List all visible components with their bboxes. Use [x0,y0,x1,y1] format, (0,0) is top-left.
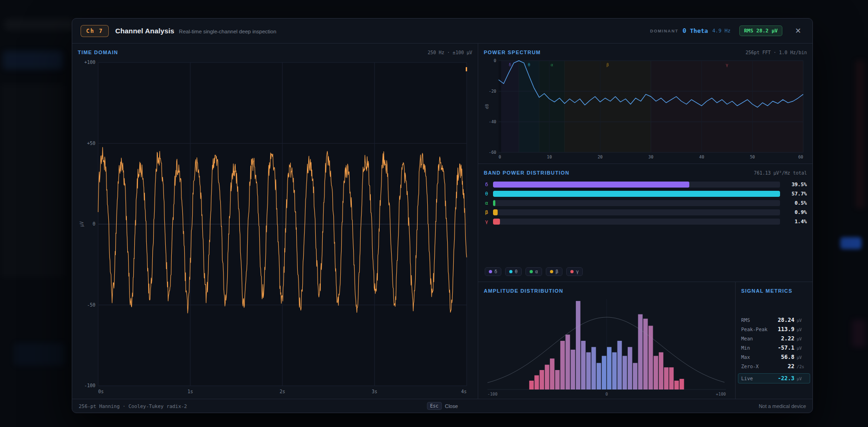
close-hint-label: Close [445,403,458,409]
dominant-frequency: 4.9 Hz [712,28,731,34]
legend-symbol-theta: θ [515,269,518,274]
legend-band-beta[interactable]: β [546,267,562,276]
amplitude-distribution-panel: AMPLITUDE DISTRIBUTION -1000+100 [478,282,736,399]
metric-label-live: Live [741,376,778,381]
svg-text:60: 60 [798,155,803,159]
signal-metrics-rows: RMS28.24μVPeak-Peak113.9μVMean2.22μVMin-… [741,317,807,383]
metric-row-max: Max56.8μV [741,354,807,360]
metric-label-zero-x: Zero-X [741,364,788,369]
metric-label-rms: RMS [741,317,778,323]
band-row-delta: δ39.5% [484,182,807,188]
legend-band-theta[interactable]: θ [505,267,522,276]
metric-unit-mean: μV [797,337,807,341]
metric-unit-min: μV [797,346,807,351]
legend-band-delta[interactable]: δ [485,267,501,276]
disclaimer: Not a medical device [759,403,806,409]
amplitude-histogram-chart: -1000+100 [484,295,730,397]
svg-text:40: 40 [699,155,704,159]
band-fill-theta [493,191,780,197]
modal-header: Ch 7 Channel Analysis Real-time single-c… [72,19,812,44]
modal-footer: 256-pt Hanning · Cooley-Tukey radix-2 Es… [72,399,812,413]
band-power-panel: BAND POWER DISTRIBUTION 761.13 μV²/Hz to… [478,164,812,282]
band-track-delta [493,182,780,188]
band-row-gamma: γ1.4% [484,219,807,225]
legend-symbol-beta: β [556,269,558,274]
metric-label-max: Max [741,354,781,360]
metric-value-max: 56.8 [781,354,794,360]
channel-analysis-modal: Ch 7 Channel Analysis Real-time single-c… [72,18,813,413]
svg-text:0: 0 [606,392,608,396]
panel-title-time-domain: TIME DOMAIN [78,50,118,55]
svg-text:β: β [606,63,609,67]
metric-value-zero-x: 22 [788,363,794,370]
band-fill-gamma [493,219,500,225]
metric-row-peak-peak: Peak-Peak113.9μV [741,326,807,333]
band-legend: δθαβγ [484,267,807,277]
power-spectrum-panel: POWER SPECTRUM 256pt FFT · 1.0 Hz/bin δθ… [478,44,812,164]
close-button[interactable]: ✕ [791,24,805,38]
svg-text:+100: +100 [716,392,726,396]
metric-unit-live: μV [797,377,807,381]
dominant-label: DOMINANT [650,29,678,33]
svg-text:50: 50 [750,155,755,159]
metric-row-min: Min-57.1μV [741,345,807,351]
svg-text:dB: dB [485,104,489,109]
band-symbol-beta: β [484,209,489,215]
band-symbol-alpha: α [484,200,489,206]
header-right-cluster: DOMINANT θ Theta 4.9 Hz RMS 28.2 μV ✕ [650,24,805,38]
dominant-band: θ Theta [683,27,708,34]
legend-band-gamma[interactable]: γ [566,267,583,276]
svg-text:-60: -60 [489,150,496,155]
time-domain-meta: 250 Hz · ±100 μV [428,50,472,55]
power-spectrum-chart: δθαβγ0-20-40-600102030405060dB [484,57,807,162]
legend-dot-theta [509,270,512,273]
svg-text:10: 10 [547,155,552,159]
metric-unit-rms: μV [797,318,807,323]
svg-text:20: 20 [598,155,603,159]
time-domain-chart: +100+500-50-1000s1s2s3s4sμV [78,57,472,398]
metric-label-mean: Mean [741,336,781,341]
band-percent-beta: 0.9% [784,209,807,215]
svg-text:-100: -100 [84,383,95,388]
background-blue-button-blur [840,237,862,249]
band-track-beta [493,209,780,215]
close-hint[interactable]: Esc Close [427,402,458,410]
band-symbol-delta: δ [484,182,489,188]
svg-text:30: 30 [649,155,654,159]
panel-title-signal-metrics: SIGNAL METRICS [741,288,793,294]
svg-text:0: 0 [494,58,496,63]
background-blur-shape [3,51,63,69]
svg-text:3s: 3s [372,389,377,394]
esc-key-badge[interactable]: Esc [427,402,442,410]
legend-dot-beta [550,270,553,273]
band-row-beta: β0.9% [484,209,807,215]
metric-value-mean: 2.22 [781,335,794,342]
modal-title: Channel Analysis [115,27,175,35]
title-group: Channel Analysis Real-time single-channe… [115,27,276,35]
legend-band-alpha[interactable]: α [525,267,542,276]
legend-dot-gamma [570,270,574,273]
band-percent-alpha: 0.5% [784,200,807,206]
svg-text:0: 0 [93,221,95,226]
band-symbol-theta: θ [484,191,489,197]
svg-text:-40: -40 [489,119,496,124]
channel-badge: Ch 7 [81,25,109,37]
metric-label-peak-peak: Peak-Peak [741,327,778,332]
amplitude-distribution-header: AMPLITUDE DISTRIBUTION [484,286,730,295]
legend-symbol-delta: δ [494,269,497,274]
legend-dot-delta [489,270,492,273]
svg-text:θ: θ [528,63,530,67]
metric-row-zero-x: Zero-X22/2s [741,363,807,370]
metric-row-mean: Mean2.22μV [741,335,807,342]
background-blur-shape [5,19,74,31]
signal-metrics-panel: SIGNAL METRICS RMS28.24μVPeak-Peak113.9μ… [736,282,812,399]
band-power-rows: δ39.5%θ57.7%α0.5%β0.9%γ1.4% [484,182,807,225]
band-row-alpha: α0.5% [484,200,807,206]
bottom-row: AMPLITUDE DISTRIBUTION -1000+100 SIGNAL … [478,282,812,399]
svg-text:δ: δ [509,63,511,67]
svg-text:0: 0 [499,155,501,159]
legend-symbol-gamma: γ [576,269,579,274]
background-blur-shape [856,60,865,208]
legend-dot-alpha [530,270,533,273]
background-blur-shape [14,343,65,366]
